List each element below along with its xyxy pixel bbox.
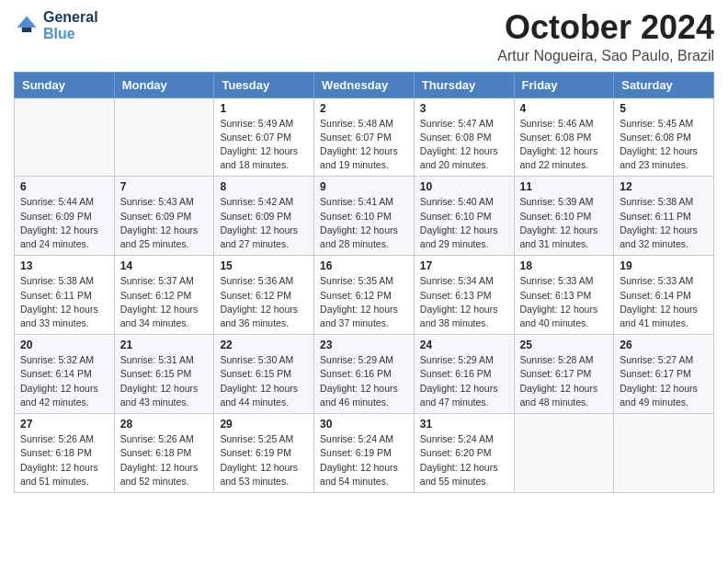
- day-info: Sunrise: 5:37 AMSunset: 6:12 PMDaylight:…: [120, 274, 209, 330]
- day-info: Sunrise: 5:41 AMSunset: 6:10 PMDaylight:…: [320, 195, 408, 251]
- calendar-cell: 24Sunrise: 5:29 AMSunset: 6:16 PMDayligh…: [414, 335, 514, 414]
- calendar-cell: 29Sunrise: 5:25 AMSunset: 6:19 PMDayligh…: [214, 414, 314, 493]
- calendar-cell: [614, 414, 714, 493]
- calendar-cell: 31Sunrise: 5:24 AMSunset: 6:20 PMDayligh…: [414, 414, 514, 493]
- day-info: Sunrise: 5:35 AMSunset: 6:12 PMDaylight:…: [320, 274, 408, 330]
- day-info: Sunrise: 5:33 AMSunset: 6:13 PMDaylight:…: [520, 274, 609, 330]
- day-number: 16: [320, 259, 408, 272]
- day-number: 23: [320, 339, 408, 351]
- calendar-cell: 1Sunrise: 5:49 AMSunset: 6:07 PMDaylight…: [214, 98, 314, 177]
- day-info: Sunrise: 5:33 AMSunset: 6:14 PMDaylight:…: [620, 274, 708, 330]
- day-number: 28: [120, 418, 209, 431]
- calendar-header-row: SundayMondayTuesdayWednesdayThursdayFrid…: [15, 72, 714, 98]
- day-number: 25: [520, 339, 609, 351]
- calendar-cell: 7Sunrise: 5:43 AMSunset: 6:09 PMDaylight…: [114, 177, 214, 256]
- calendar-cell: 17Sunrise: 5:34 AMSunset: 6:13 PMDayligh…: [414, 256, 514, 335]
- calendar-cell: 27Sunrise: 5:26 AMSunset: 6:18 PMDayligh…: [15, 414, 115, 493]
- day-number: 20: [20, 339, 108, 351]
- calendar-cell: 23Sunrise: 5:29 AMSunset: 6:16 PMDayligh…: [314, 335, 415, 414]
- calendar-cell: 14Sunrise: 5:37 AMSunset: 6:12 PMDayligh…: [114, 256, 214, 335]
- day-info: Sunrise: 5:36 AMSunset: 6:12 PMDaylight:…: [220, 274, 308, 330]
- day-info: Sunrise: 5:25 AMSunset: 6:19 PMDaylight:…: [220, 432, 308, 488]
- location-title: Artur Nogueira, Sao Paulo, Brazil: [497, 48, 714, 64]
- day-number: 10: [420, 180, 508, 193]
- day-info: Sunrise: 5:29 AMSunset: 6:16 PMDaylight:…: [320, 353, 408, 409]
- day-number: 12: [620, 180, 708, 193]
- day-info: Sunrise: 5:24 AMSunset: 6:20 PMDaylight:…: [420, 432, 508, 488]
- day-number: 11: [520, 180, 609, 193]
- day-number: 22: [220, 339, 308, 351]
- calendar-cell: 20Sunrise: 5:32 AMSunset: 6:14 PMDayligh…: [15, 335, 115, 414]
- calendar-week-2: 6Sunrise: 5:44 AMSunset: 6:09 PMDaylight…: [15, 177, 714, 256]
- calendar-cell: 2Sunrise: 5:48 AMSunset: 6:07 PMDaylight…: [314, 98, 415, 177]
- calendar-cell: 15Sunrise: 5:36 AMSunset: 6:12 PMDayligh…: [214, 256, 314, 335]
- calendar-table: SundayMondayTuesdayWednesdayThursdayFrid…: [14, 72, 714, 493]
- calendar-cell: 30Sunrise: 5:24 AMSunset: 6:19 PMDayligh…: [314, 414, 415, 493]
- calendar-week-1: 1Sunrise: 5:49 AMSunset: 6:07 PMDaylight…: [15, 98, 714, 177]
- title-block: October 2024 Artur Nogueira, Sao Paulo, …: [497, 9, 714, 64]
- day-info: Sunrise: 5:48 AMSunset: 6:07 PMDaylight:…: [320, 117, 408, 173]
- day-info: Sunrise: 5:29 AMSunset: 6:16 PMDaylight:…: [420, 353, 508, 409]
- day-number: 17: [420, 259, 508, 272]
- day-number: 1: [220, 102, 308, 115]
- day-number: 4: [520, 102, 609, 115]
- calendar-week-4: 20Sunrise: 5:32 AMSunset: 6:14 PMDayligh…: [15, 335, 714, 414]
- day-info: Sunrise: 5:42 AMSunset: 6:09 PMDaylight:…: [220, 195, 308, 251]
- day-info: Sunrise: 5:46 AMSunset: 6:08 PMDaylight:…: [520, 117, 609, 173]
- calendar-cell: 18Sunrise: 5:33 AMSunset: 6:13 PMDayligh…: [514, 256, 614, 335]
- weekday-header-thursday: Thursday: [414, 72, 514, 98]
- day-number: 5: [620, 102, 708, 115]
- calendar-cell: 9Sunrise: 5:41 AMSunset: 6:10 PMDaylight…: [314, 177, 415, 256]
- day-info: Sunrise: 5:34 AMSunset: 6:13 PMDaylight:…: [420, 274, 508, 330]
- day-number: 7: [120, 180, 209, 193]
- day-number: 30: [320, 418, 408, 431]
- weekday-header-sunday: Sunday: [15, 72, 115, 98]
- day-info: Sunrise: 5:24 AMSunset: 6:19 PMDaylight:…: [320, 432, 408, 488]
- calendar-cell: 5Sunrise: 5:45 AMSunset: 6:08 PMDaylight…: [614, 98, 714, 177]
- day-info: Sunrise: 5:38 AMSunset: 6:11 PMDaylight:…: [20, 274, 108, 330]
- day-info: Sunrise: 5:39 AMSunset: 6:10 PMDaylight:…: [520, 195, 609, 251]
- day-number: 13: [20, 259, 108, 272]
- calendar-cell: 26Sunrise: 5:27 AMSunset: 6:17 PMDayligh…: [614, 335, 714, 414]
- day-info: Sunrise: 5:26 AMSunset: 6:18 PMDaylight:…: [120, 432, 209, 488]
- logo-text-general: General: [43, 9, 98, 26]
- day-info: Sunrise: 5:40 AMSunset: 6:10 PMDaylight:…: [420, 195, 508, 251]
- day-number: 27: [20, 418, 108, 431]
- day-info: Sunrise: 5:27 AMSunset: 6:17 PMDaylight:…: [620, 353, 708, 409]
- calendar-cell: 21Sunrise: 5:31 AMSunset: 6:15 PMDayligh…: [114, 335, 214, 414]
- calendar-cell: 11Sunrise: 5:39 AMSunset: 6:10 PMDayligh…: [514, 177, 614, 256]
- day-number: 14: [120, 259, 209, 272]
- calendar-cell: 10Sunrise: 5:40 AMSunset: 6:10 PMDayligh…: [414, 177, 514, 256]
- month-title: October 2024: [497, 9, 714, 46]
- calendar-cell: 12Sunrise: 5:38 AMSunset: 6:11 PMDayligh…: [614, 177, 714, 256]
- svg-rect-1: [22, 27, 32, 31]
- day-number: 15: [220, 259, 308, 272]
- calendar-cell: [15, 98, 115, 177]
- page-header: General Blue October 2024 Artur Nogueira…: [14, 9, 714, 64]
- calendar-cell: 22Sunrise: 5:30 AMSunset: 6:15 PMDayligh…: [214, 335, 314, 414]
- day-info: Sunrise: 5:28 AMSunset: 6:17 PMDaylight:…: [520, 353, 609, 409]
- calendar-cell: 16Sunrise: 5:35 AMSunset: 6:12 PMDayligh…: [314, 256, 415, 335]
- day-info: Sunrise: 5:30 AMSunset: 6:15 PMDaylight:…: [220, 353, 308, 409]
- day-number: 6: [20, 180, 108, 193]
- svg-marker-0: [17, 16, 37, 27]
- calendar-cell: 28Sunrise: 5:26 AMSunset: 6:18 PMDayligh…: [114, 414, 214, 493]
- calendar-cell: 8Sunrise: 5:42 AMSunset: 6:09 PMDaylight…: [214, 177, 314, 256]
- weekday-header-wednesday: Wednesday: [314, 72, 415, 98]
- weekday-header-tuesday: Tuesday: [214, 72, 314, 98]
- logo: General Blue: [14, 9, 98, 41]
- day-info: Sunrise: 5:47 AMSunset: 6:08 PMDaylight:…: [420, 117, 508, 173]
- day-number: 31: [420, 418, 508, 431]
- weekday-header-friday: Friday: [514, 72, 614, 98]
- weekday-header-monday: Monday: [114, 72, 214, 98]
- day-info: Sunrise: 5:45 AMSunset: 6:08 PMDaylight:…: [620, 117, 708, 173]
- calendar-cell: 19Sunrise: 5:33 AMSunset: 6:14 PMDayligh…: [614, 256, 714, 335]
- calendar-cell: 13Sunrise: 5:38 AMSunset: 6:11 PMDayligh…: [15, 256, 115, 335]
- calendar-cell: 6Sunrise: 5:44 AMSunset: 6:09 PMDaylight…: [15, 177, 115, 256]
- day-number: 2: [320, 102, 408, 115]
- day-number: 24: [420, 339, 508, 351]
- day-number: 3: [420, 102, 508, 115]
- calendar-cell: 3Sunrise: 5:47 AMSunset: 6:08 PMDaylight…: [414, 98, 514, 177]
- calendar-cell: 4Sunrise: 5:46 AMSunset: 6:08 PMDaylight…: [514, 98, 614, 177]
- day-number: 8: [220, 180, 308, 193]
